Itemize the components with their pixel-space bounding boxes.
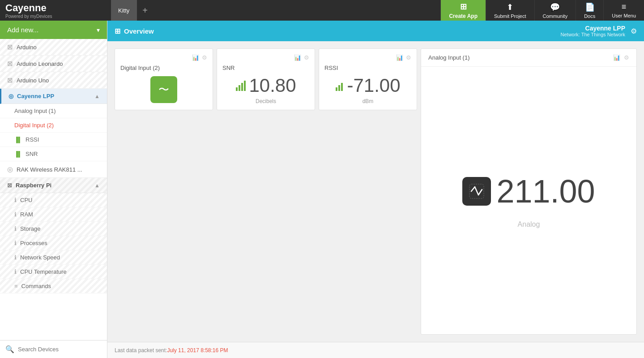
arduino-icon: ⊠ [7, 43, 13, 51]
network-info: Cayenne LPP Network: The Things Network [561, 25, 625, 37]
svg-rect-1 [239, 85, 240, 91]
svg-rect-2 [241, 83, 243, 91]
status-prefix: Last data packet sent: [115, 347, 167, 354]
digital-input-body: 〜 [120, 75, 207, 104]
overview-header: ⊞ Overview Cayenne LPP Network: The Thin… [107, 21, 644, 41]
ram-icon: ℹ [14, 211, 17, 218]
sidebar-item-cpu-temperature[interactable]: ℹ CPU Temperature [0, 265, 107, 279]
analog-number-value: 211.00 [496, 173, 595, 210]
add-new-arrow-icon: ▾ [97, 26, 100, 34]
rssi-chart-icon[interactable]: 📊 [396, 54, 403, 61]
sidebar-item-snr[interactable]: ▐▌ SNR [0, 147, 107, 161]
overview-settings-icon[interactable]: ⚙ [631, 27, 637, 35]
svg-rect-6 [341, 83, 343, 91]
analog-chart-icon[interactable]: 📊 [613, 54, 620, 61]
sidebar-item-commands[interactable]: ≡ Commands [0, 279, 107, 293]
digital-input-settings-icon[interactable]: ⚙ [202, 54, 207, 61]
analog-value-display: 211.00 [462, 173, 595, 210]
rssi-settings-icon[interactable]: ⚙ [406, 54, 411, 61]
rak-icon: ◎ [7, 165, 13, 173]
rssi-bars-icon [335, 79, 346, 94]
svg-rect-3 [244, 81, 246, 91]
add-new-button[interactable]: Add new... ▾ [0, 21, 107, 39]
overview-title: ⊞ Overview [115, 27, 154, 35]
analog-header-icons: 📊 ⚙ [613, 54, 629, 61]
snr-widget: 📊 ⚙ SNR 10.80 [217, 48, 315, 110]
sidebar-item-arduino[interactable]: ⊠ Arduino [0, 39, 107, 56]
snr-value: 10.80 [249, 75, 296, 96]
status-bar: Last data packet sent: July 11, 2017 8:5… [107, 342, 644, 358]
rssi-widget-header: 📊 ⚙ [324, 54, 411, 61]
commands-icon: ≡ [14, 283, 18, 289]
add-tab-button[interactable]: + [137, 0, 153, 21]
analog-input-widget: Analog Input (1) 📊 ⚙ [421, 48, 637, 335]
sidebar-item-arduino-uno[interactable]: ⊠ Arduino Uno [0, 72, 107, 89]
sidebar-item-digital-input-2[interactable]: Digital Input (2) [0, 118, 107, 133]
snr-unit: Decibels [256, 98, 276, 104]
analog-settings-icon[interactable]: ⚙ [624, 54, 629, 61]
rssi-title: RSSI [324, 65, 411, 71]
digital-input-chart-icon[interactable]: 📊 [192, 54, 199, 61]
cayenne-lpp-collapse-icon: ▲ [94, 93, 100, 99]
create-app-icon: ⊞ [460, 2, 467, 12]
submit-project-icon: ⬆ [507, 2, 513, 12]
analog-label: Analog [518, 220, 540, 229]
digital-input-widget-header: 📊 ⚙ [120, 54, 207, 61]
submit-project-button[interactable]: ⬆ Submit Project [486, 0, 534, 21]
sidebar-item-processes[interactable]: ℹ Processes [0, 236, 107, 250]
sidebar-item-cayenne-lpp[interactable]: ◎ Cayenne LPP ▲ [0, 89, 107, 104]
cpu-icon: ℹ [14, 197, 17, 203]
cayenne-lpp-icon: ◎ [9, 93, 13, 99]
snr-settings-icon[interactable]: ⚙ [304, 54, 309, 61]
sidebar-item-storage[interactable]: ℹ Storage [0, 222, 107, 236]
sidebar: Add new... ▾ ⊠ Arduino ⊠ Arduino Leonard… [0, 21, 107, 358]
snr-title: SNR [222, 65, 309, 71]
svg-rect-4 [336, 87, 337, 91]
sidebar-item-rak-wireless[interactable]: ◎ RAK Wireless RAK811 ... [0, 161, 107, 178]
snr-chart-icon[interactable]: 📊 [294, 54, 301, 61]
raspberry-pi-icon: ⊠ [7, 182, 12, 189]
nav-actions: ⊞ Create App ⬆ Submit Project 💬 Communit… [440, 0, 644, 21]
rssi-bars-icon: ▐▌ [14, 137, 22, 143]
brand-tagline: Powered by myDevices [5, 14, 52, 19]
rssi-value: -71.00 [347, 75, 400, 96]
snr-bars-icon: ▐▌ [14, 151, 22, 157]
analog-input-title: Analog Input (1) [428, 54, 470, 61]
snr-widget-header: 📊 ⚙ [222, 54, 309, 61]
brand-name: Cayenne [5, 2, 47, 13]
user-menu-button[interactable]: ≡ User Menu [603, 0, 644, 21]
storage-icon: ℹ [14, 225, 17, 232]
sidebar-item-arduino-leonardo[interactable]: ⊠ Arduino Leonardo [0, 56, 107, 72]
raspberry-pi-collapse-icon: ▲ [94, 182, 100, 189]
sidebar-item-raspberry-pi[interactable]: ⊠ Raspberry Pi ▲ [0, 178, 107, 193]
sidebar-item-rssi[interactable]: ▐▌ RSSI [0, 133, 107, 147]
docs-button[interactable]: 📄 Docs [576, 0, 603, 21]
community-button[interactable]: 💬 Community [534, 0, 576, 21]
sidebar-item-cpu[interactable]: ℹ CPU [0, 193, 107, 207]
analog-input-header: Analog Input (1) 📊 ⚙ [421, 49, 636, 67]
sidebar-item-ram[interactable]: ℹ RAM [0, 207, 107, 222]
digital-input-button[interactable]: 〜 [150, 76, 177, 103]
sidebar-item-analog-input-1[interactable]: Analog Input (1) [0, 104, 107, 118]
digital-input-widget: 📊 ⚙ Digital Input (2) 〜 [115, 48, 213, 110]
tab-area: Kitty + [107, 0, 440, 21]
status-timestamp: July 11, 2017 8:58:16 PM [167, 347, 228, 354]
search-devices-input[interactable] [18, 346, 102, 353]
create-app-button[interactable]: ⊞ Create App [440, 0, 486, 21]
content-area: ⊞ Overview Cayenne LPP Network: The Thin… [107, 21, 644, 358]
svg-rect-0 [236, 87, 238, 91]
processes-icon: ℹ [14, 240, 17, 246]
main-layout: Add new... ▾ ⊠ Arduino ⊠ Arduino Leonard… [0, 21, 644, 358]
rssi-unit: dBm [363, 98, 374, 104]
digital-input-title: Digital Input (2) [120, 65, 207, 71]
analog-input-body: 211.00 Analog [421, 67, 636, 334]
kitty-tab[interactable]: Kitty [111, 0, 137, 21]
snr-body: 10.80 Decibels [222, 75, 309, 104]
docs-icon: 📄 [585, 2, 595, 12]
sidebar-item-network-speed[interactable]: ℹ Network Speed [0, 250, 107, 265]
logo: Cayenne Powered by myDevices [5, 2, 52, 19]
community-icon: 💬 [550, 2, 560, 12]
waveform-icon: 〜 [158, 82, 169, 97]
analog-icon-box [462, 177, 491, 206]
sidebar-search: 🔍 [0, 340, 107, 358]
